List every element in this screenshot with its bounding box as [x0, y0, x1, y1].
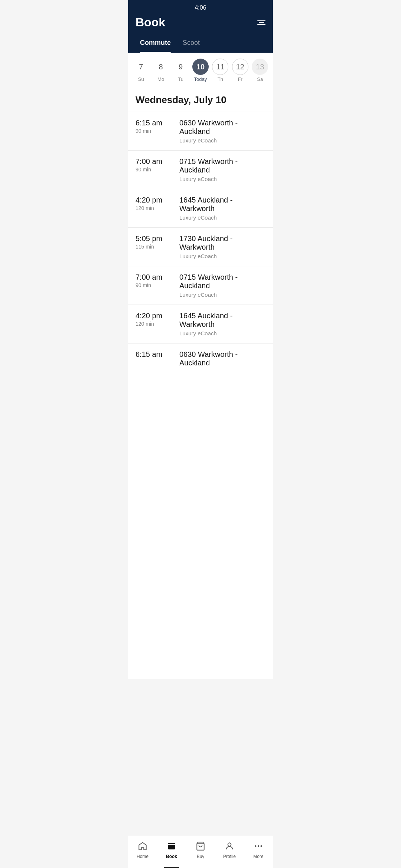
- day-number-7: 7: [133, 59, 149, 75]
- day-label-8: Mo: [157, 76, 164, 82]
- time-col-6: 6:15 am: [136, 350, 176, 359]
- time-col-0: 6:15 am 90 min: [136, 119, 176, 134]
- schedule-item-0[interactable]: 6:15 am 90 min 0630 Warkworth - Auckland…: [128, 112, 273, 150]
- service-type-1: Luxury eCoach: [179, 176, 265, 182]
- route-name-0: 0630 Warkworth - Auckland: [179, 119, 265, 136]
- schedule-item-3[interactable]: 5:05 pm 115 min 1730 Auckland - Warkwort…: [128, 227, 273, 266]
- service-type-0: Luxury eCoach: [179, 137, 265, 144]
- filter-line-1: [257, 20, 265, 21]
- route-col-1: 0715 Warkworth - Auckland Luxury eCoach: [176, 157, 265, 182]
- day-label-7: Su: [138, 76, 144, 82]
- schedule-item-6[interactable]: 6:15 am 0630 Warkworth - Auckland: [128, 343, 273, 375]
- calendar-day-10[interactable]: 10 Today: [192, 59, 209, 82]
- service-type-4: Luxury eCoach: [179, 292, 265, 298]
- route-name-6: 0630 Warkworth - Auckland: [179, 350, 265, 367]
- filter-button[interactable]: [257, 20, 265, 25]
- departure-time-4: 7:00 am: [136, 273, 162, 282]
- content-area: Wednesday, July 10 6:15 am 90 min 0630 W…: [128, 85, 273, 679]
- time-col-3: 5:05 pm 115 min: [136, 234, 176, 250]
- page-title: Book: [136, 16, 165, 29]
- departure-time-3: 5:05 pm: [136, 234, 162, 243]
- route-name-1: 0715 Warkworth - Auckland: [179, 157, 265, 174]
- route-name-4: 0715 Warkworth - Auckland: [179, 273, 265, 290]
- calendar-day-13[interactable]: 13 Sa: [252, 59, 268, 82]
- route-name-2: 1645 Auckland - Warkworth: [179, 196, 265, 213]
- schedule-list: 6:15 am 90 min 0630 Warkworth - Auckland…: [128, 112, 273, 375]
- duration-5: 120 min: [136, 321, 154, 327]
- day-label-9: Tu: [178, 76, 183, 82]
- duration-4: 90 min: [136, 282, 151, 288]
- day-number-11: 11: [212, 59, 228, 75]
- service-type-5: Luxury eCoach: [179, 330, 265, 336]
- duration-2: 120 min: [136, 205, 154, 211]
- departure-time-2: 4:20 pm: [136, 196, 162, 204]
- filter-line-3: [257, 24, 265, 25]
- time-col-1: 7:00 am 90 min: [136, 157, 176, 172]
- schedule-item-2[interactable]: 4:20 pm 120 min 1645 Auckland - Warkwort…: [128, 189, 273, 227]
- day-number-12: 12: [232, 59, 248, 75]
- tabs-bar: Commute Scoot: [128, 35, 273, 53]
- departure-time-0: 6:15 am: [136, 119, 162, 127]
- date-heading: Wednesday, July 10: [128, 85, 273, 112]
- calendar-strip: 7 Su 8 Mo 9 Tu 10 Today 11 Th 12 Fr 13 S…: [128, 53, 273, 85]
- day-label-11: Th: [218, 76, 223, 82]
- tab-commute[interactable]: Commute: [134, 35, 177, 53]
- route-col-3: 1730 Auckland - Warkworth Luxury eCoach: [176, 234, 265, 259]
- route-col-6: 0630 Warkworth - Auckland: [176, 350, 265, 369]
- schedule-item-1[interactable]: 7:00 am 90 min 0715 Warkworth - Auckland…: [128, 150, 273, 189]
- schedule-item-4[interactable]: 7:00 am 90 min 0715 Warkworth - Auckland…: [128, 266, 273, 305]
- route-col-5: 1645 Auckland - Warkworth Luxury eCoach: [176, 312, 265, 336]
- calendar-day-8[interactable]: 8 Mo: [153, 59, 169, 82]
- day-number-8: 8: [153, 59, 169, 75]
- route-name-3: 1730 Auckland - Warkworth: [179, 234, 265, 251]
- schedule-item-5[interactable]: 4:20 pm 120 min 1645 Auckland - Warkwort…: [128, 305, 273, 343]
- calendar-day-7[interactable]: 7 Su: [133, 59, 149, 82]
- duration-0: 90 min: [136, 128, 151, 134]
- filter-line-2: [259, 22, 264, 23]
- day-label-12: Fr: [238, 76, 242, 82]
- service-type-3: Luxury eCoach: [179, 253, 265, 259]
- status-time: 4:06: [195, 4, 206, 11]
- header-row: Book: [128, 13, 273, 35]
- day-number-9: 9: [173, 59, 189, 75]
- calendar-day-11[interactable]: 11 Th: [212, 59, 228, 82]
- time-col-5: 4:20 pm 120 min: [136, 312, 176, 327]
- route-name-5: 1645 Auckland - Warkworth: [179, 312, 265, 329]
- service-type-2: Luxury eCoach: [179, 214, 265, 221]
- header: 4:06 Book Commute Scoot: [128, 0, 273, 53]
- time-col-2: 4:20 pm 120 min: [136, 196, 176, 211]
- time-col-4: 7:00 am 90 min: [136, 273, 176, 288]
- departure-time-1: 7:00 am: [136, 157, 162, 166]
- day-label-10: Today: [194, 76, 207, 82]
- day-number-10: 10: [192, 59, 209, 75]
- departure-time-6: 6:15 am: [136, 350, 162, 359]
- route-col-4: 0715 Warkworth - Auckland Luxury eCoach: [176, 273, 265, 298]
- calendar-day-9[interactable]: 9 Tu: [173, 59, 189, 82]
- day-number-13: 13: [252, 59, 268, 75]
- day-label-13: Sa: [257, 76, 263, 82]
- calendar-day-12[interactable]: 12 Fr: [232, 59, 248, 82]
- tab-scoot[interactable]: Scoot: [177, 35, 206, 53]
- status-bar: 4:06: [128, 0, 273, 13]
- route-col-2: 1645 Auckland - Warkworth Luxury eCoach: [176, 196, 265, 221]
- departure-time-5: 4:20 pm: [136, 312, 162, 320]
- duration-3: 115 min: [136, 244, 154, 250]
- route-col-0: 0630 Warkworth - Auckland Luxury eCoach: [176, 119, 265, 144]
- duration-1: 90 min: [136, 167, 151, 172]
